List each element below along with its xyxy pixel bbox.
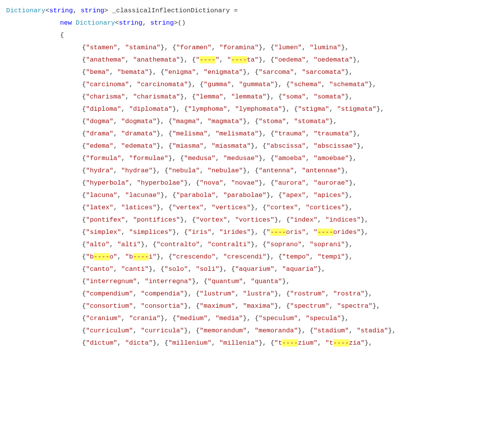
dict-key: "abscissa"	[267, 142, 306, 150]
dict-value: "vertices"	[212, 204, 251, 211]
dict-key: "lacuna"	[86, 192, 117, 199]
dict-key: "antenna"	[259, 167, 294, 174]
dict-value: "dogmata"	[121, 118, 157, 125]
dict-value: "medusae"	[223, 155, 259, 162]
dict-key: "aquarium"	[235, 265, 274, 273]
dict-value: "anathemata"	[133, 56, 180, 63]
dictionary-entry-line: {"simplex", "simplices"}, {"iris", "irid…	[6, 226, 498, 239]
dictionary-entry-line: {"diploma", "diplomata"}, {"lymphoma", "…	[6, 103, 498, 115]
dict-value: "curricula"	[141, 327, 184, 334]
dict-value: "aurorae"	[314, 179, 349, 187]
dict-value: "carcinomata"	[137, 81, 188, 88]
dict-key: "canto"	[86, 265, 113, 273]
dict-value: "canti"	[121, 265, 149, 273]
dict-key: "enigma"	[164, 68, 196, 76]
dict-key: "interregnum"	[86, 278, 137, 285]
dictionary-entry-line: {"dogma", "dogmata"}, {"magma", "magmata…	[6, 115, 498, 128]
dict-key: "oedema"	[274, 56, 306, 63]
dict-key: "carcinoma"	[86, 81, 129, 88]
dict-value: "lymphomata"	[235, 105, 282, 113]
dict-key: "iris"	[188, 229, 211, 236]
dict-key: "lymphoma"	[188, 105, 227, 113]
dict-value: "stadia"	[357, 327, 388, 334]
dict-key: "maximum"	[200, 302, 235, 310]
dict-value: "stigmata"	[337, 105, 376, 113]
dict-value: "antennae"	[302, 167, 341, 174]
dict-key: "amoeba"	[274, 155, 306, 162]
dict-value: "millenia"	[219, 339, 259, 347]
dict-key: "alto"	[86, 241, 109, 248]
dictionary-entry-line: {"carcinoma", "carcinomata"}, {"gumma", …	[6, 78, 498, 91]
dict-value: "soli"	[196, 265, 219, 273]
dict-value: "parabolae"	[223, 192, 266, 199]
dict-key: "lemma"	[196, 93, 223, 100]
type-name: Dictionary	[6, 7, 45, 14]
dict-key: "parabola"	[176, 192, 215, 199]
dict-value: "t----zia"	[325, 339, 365, 347]
dict-key: "vertex"	[172, 204, 204, 211]
dict-value: "stamina"	[125, 44, 160, 51]
dict-key: "sarcoma"	[259, 68, 294, 76]
dict-value: "novae"	[231, 179, 259, 187]
dictionary-entry-line: {"stamen", "stamina"}, {"foramen", "fora…	[6, 42, 498, 54]
dict-key: "speculum"	[259, 315, 298, 322]
dict-value: "oedemata"	[314, 56, 353, 63]
dict-value: "stomata"	[294, 118, 329, 125]
highlighted-match: ----	[94, 253, 110, 260]
dict-key: "schema"	[290, 81, 322, 88]
dict-key: "stigma"	[298, 105, 329, 113]
dict-value: "specula"	[306, 315, 341, 322]
dict-key: "nova"	[200, 179, 223, 187]
dict-value: "aquaria"	[282, 265, 317, 273]
highlighted-match: ----	[231, 56, 247, 63]
dictionary-entry-line: {"b----o", "b----i"}, {"crescendo", "cre…	[6, 251, 498, 263]
dictionary-entry-line: {"curriculum", "curricula"}, {"memorandu…	[6, 325, 498, 337]
dict-key: "medusa"	[184, 155, 215, 162]
dict-value: "abscissae"	[314, 142, 357, 150]
dict-key: "contralto"	[157, 241, 200, 248]
dict-value: "media"	[215, 315, 243, 322]
dict-value: "miasmata"	[212, 142, 251, 150]
dict-key: "soma"	[282, 93, 305, 100]
dict-key: "edema"	[86, 142, 113, 150]
dict-value: "gummata"	[239, 81, 274, 88]
highlighted-match: ----	[282, 339, 298, 347]
dict-key: "anathema"	[86, 56, 125, 63]
dict-key: "apex"	[282, 192, 305, 199]
dict-value: "interregna"	[145, 278, 192, 285]
dict-value: "nebulae"	[208, 167, 243, 174]
dict-value: "lemmata"	[231, 93, 267, 100]
dict-value: "hyperbolae"	[137, 179, 184, 187]
dict-value: "spectra"	[337, 302, 372, 310]
dict-key: "cortex"	[267, 204, 298, 211]
dictionary-entry-line: {"edema", "edemata"}, {"miasma", "miasma…	[6, 140, 498, 152]
dict-value: "hydrae"	[121, 167, 153, 174]
dict-value: "magmata"	[208, 118, 243, 125]
dictionary-entry-line: {"consortium", "consortia"}, {"maximum",…	[6, 300, 498, 312]
dict-value: "somata"	[314, 93, 345, 100]
dict-key: "lumen"	[274, 44, 302, 51]
dictionary-entry-line: {"hydra", "hydrae"}, {"nebula", "nebulae…	[6, 165, 498, 177]
dict-key: "latex"	[86, 204, 113, 211]
dictionary-entry-line: {"compendium", "compendia"}, {"lustrum",…	[6, 288, 498, 300]
highlighted-match: ----	[270, 229, 286, 236]
dict-value: "edemata"	[121, 142, 157, 150]
type-param-1: string	[49, 7, 73, 14]
dict-value: "tempi"	[317, 253, 345, 260]
new-keyword: new	[60, 19, 72, 27]
dict-value: "dramata"	[121, 130, 157, 137]
dict-value: "foramina"	[219, 44, 259, 51]
dict-key: "----"	[196, 56, 219, 63]
dict-key: "miasma"	[172, 142, 204, 150]
dict-value: "cortices"	[306, 204, 345, 211]
dictionary-entry-line: {"latex", "latices"}, {"vertex", "vertic…	[6, 202, 498, 214]
dict-key: "compendium"	[86, 290, 133, 297]
dict-key: "melisma"	[172, 130, 208, 137]
dict-key: "quantum"	[207, 278, 243, 285]
dict-value: "traumata"	[314, 130, 353, 137]
dict-key: "gumma"	[204, 81, 231, 88]
dict-key: "nebula"	[168, 167, 200, 174]
dict-key: "t----zium"	[274, 339, 317, 347]
highlighted-match: ----	[333, 339, 349, 347]
dict-key: "aurora"	[274, 179, 306, 187]
